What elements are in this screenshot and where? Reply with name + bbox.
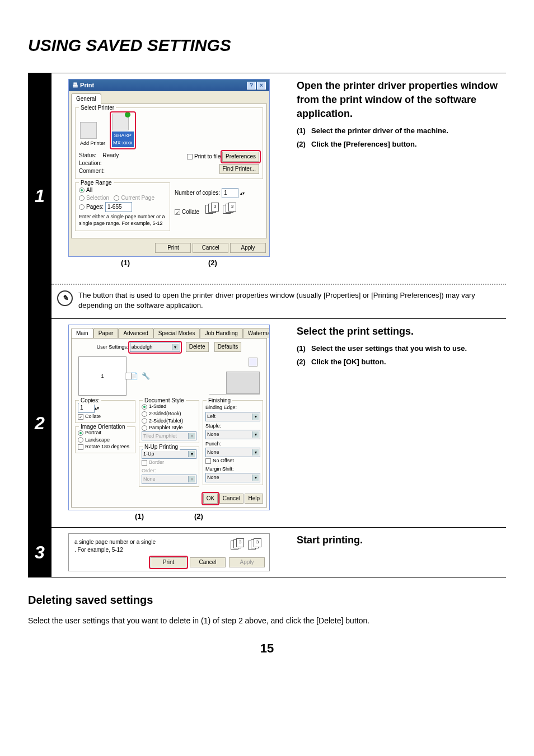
print-button-2[interactable]: Print: [151, 557, 186, 567]
status-value: Ready: [102, 152, 119, 158]
cancel-button[interactable]: Cancel: [193, 243, 228, 253]
preferences-button[interactable]: Preferences: [222, 152, 259, 162]
deleting-body: Select the user settings that you want t…: [28, 616, 506, 627]
ok-button[interactable]: OK: [203, 494, 218, 504]
step-1-heading: Open the printer driver properties windo…: [297, 79, 506, 121]
copies-label-2: Copies:: [79, 397, 101, 405]
step-3-hint-a: a single page number or a single: [74, 539, 156, 545]
step-1: 1 🖶 Print ?× General Select Printer: [28, 73, 506, 319]
punch-select[interactable]: None▾: [205, 448, 260, 457]
callout-2-label: (2): [208, 258, 217, 268]
tab-watermarks[interactable]: Watermarks: [243, 328, 269, 338]
radio-1sided[interactable]: [142, 404, 147, 410]
binding-edge-label: Binding Edge:: [205, 404, 260, 411]
page-number: 15: [28, 640, 506, 658]
rotate-checkbox[interactable]: [78, 444, 83, 450]
comment-label: Comment:: [79, 167, 119, 175]
no-offset-checkbox[interactable]: [205, 458, 211, 464]
copies-label: Number of copies:: [175, 190, 220, 196]
page-range-label: Page Range: [79, 179, 114, 187]
tab-advanced[interactable]: Advanced: [118, 328, 153, 338]
delete-button[interactable]: Delete: [186, 342, 209, 352]
step-3-hint-b: . For example, 5-12: [74, 547, 123, 553]
cancel-button-3[interactable]: Cancel: [190, 557, 226, 567]
find-printer-button[interactable]: Find Printer...: [219, 164, 259, 174]
print-to-file-label: Print to file: [194, 153, 221, 159]
printer-item-icon[interactable]: [112, 114, 129, 130]
order-select: None▾: [142, 475, 196, 484]
step-3-dialog-fragment: a single page number or a single . For e…: [68, 533, 270, 571]
machine-icon: [209, 358, 260, 395]
user-settings-select[interactable]: abodefgh▾: [130, 342, 180, 352]
binding-select[interactable]: Left▾: [205, 412, 260, 421]
step-2: 2 MainPaperAdvancedSpecial ModesJob Hand…: [28, 319, 506, 528]
order-label: Order:: [142, 467, 196, 475]
apply-button[interactable]: Apply: [230, 243, 266, 253]
print-to-file-checkbox[interactable]: [187, 154, 193, 159]
printer-icon: 🖶: [72, 82, 78, 88]
window-controls[interactable]: ?×: [246, 81, 266, 90]
staple-label: Staple:: [205, 422, 260, 430]
radio-current-page: [114, 195, 119, 201]
step-2-number: 2: [28, 319, 51, 527]
tab-paper[interactable]: Paper: [93, 328, 119, 338]
selected-printer[interactable]: SHARPMX-xxxx: [112, 132, 134, 147]
margin-select[interactable]: None▾: [205, 473, 260, 482]
collate-icon-4: 123: [248, 538, 264, 550]
collate-checkbox-2[interactable]: [78, 414, 83, 420]
deleting-heading: Deleting saved settings: [28, 592, 506, 608]
note-icon: ✎: [57, 290, 73, 306]
status-label: Status:: [79, 152, 96, 158]
pages-input[interactable]: 1-655: [105, 202, 132, 212]
print-dialog-titlebar: 🖶 Print ?×: [69, 79, 269, 91]
cancel-button-2[interactable]: Cancel: [219, 494, 243, 504]
zoom-icon[interactable]: [125, 373, 132, 379]
close-icon[interactable]: ×: [257, 82, 266, 90]
copies-input[interactable]: 1: [222, 188, 238, 198]
finishing-label: Finishing: [207, 397, 232, 405]
collate-icon-2: 123: [223, 203, 238, 214]
help-icon[interactable]: ?: [247, 82, 256, 90]
collate-icon-3: 123: [231, 538, 246, 550]
tab-job-handling[interactable]: Job Handling: [200, 328, 242, 338]
page-preview: 1: [78, 356, 127, 396]
callout-2-1-label: (1): [135, 511, 144, 522]
print-button[interactable]: Print: [155, 243, 191, 253]
ruler-icon[interactable]: 🔧: [142, 372, 150, 381]
radio-all[interactable]: [79, 187, 85, 193]
help-button[interactable]: Help: [245, 494, 263, 504]
user-settings-label: User Settings:: [97, 344, 129, 350]
callout-1-label: (1): [121, 258, 130, 268]
staple-select[interactable]: None▾: [205, 430, 260, 439]
spinner-icon[interactable]: ▴▾: [240, 191, 245, 196]
step-2-heading: Select the print settings.: [297, 325, 506, 339]
tab-special-modes[interactable]: Special Modes: [153, 328, 200, 338]
doc-style-label: Document Style: [143, 397, 186, 405]
radio-landscape[interactable]: [78, 437, 83, 443]
step-1-item-2: (2)Click the [Preferences] button.: [297, 139, 506, 149]
step-1-number: 1: [28, 73, 51, 318]
nup-label: N-Up Printing: [143, 443, 180, 451]
add-printer-icon[interactable]: [80, 122, 97, 139]
radio-2sided-tablet[interactable]: [142, 418, 147, 424]
border-checkbox: [142, 460, 147, 466]
tab-general[interactable]: General: [71, 93, 101, 104]
tab-main[interactable]: Main: [71, 328, 93, 338]
radio-2sided-book[interactable]: [142, 411, 147, 417]
radio-selection: [79, 195, 85, 201]
step-1-note: The button that is used to open the prin…: [78, 290, 500, 311]
location-label: Location:: [79, 159, 119, 167]
step-1-item-1: (1)Select the printer driver of the mach…: [297, 126, 506, 136]
spinner-icon-2[interactable]: ▴▾: [95, 406, 99, 411]
radio-pamphlet[interactable]: [142, 425, 147, 431]
tiled-pamphlet-select: Tiled Pamphlet▾: [142, 431, 196, 441]
callout-2-2-label: (2): [194, 511, 203, 522]
defaults-button[interactable]: Defaults: [214, 342, 242, 352]
chevron-down-icon: ▾: [172, 344, 179, 350]
step-2-item-2: (2)Click the [OK] button.: [297, 357, 506, 367]
collate-checkbox[interactable]: [175, 209, 180, 215]
radio-pages[interactable]: [79, 204, 85, 210]
radio-portrait[interactable]: [78, 430, 83, 436]
apply-button-2: Apply: [229, 557, 265, 567]
orientation-label: Image Orientation: [79, 423, 127, 431]
